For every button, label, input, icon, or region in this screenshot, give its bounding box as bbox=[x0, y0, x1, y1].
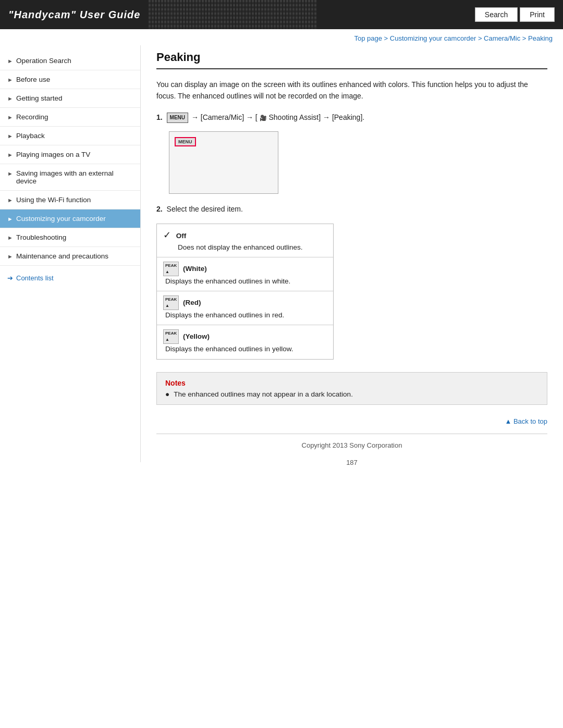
sidebar-item-customizing[interactable]: ► Customizing your camcorder bbox=[0, 209, 140, 228]
sidebar-item-before-use[interactable]: ► Before use bbox=[0, 70, 140, 89]
step2-text: Select the desired item. bbox=[167, 205, 243, 213]
page-description: You can display an image on the screen w… bbox=[156, 79, 547, 102]
breadcrumb-top[interactable]: Top page bbox=[354, 34, 383, 42]
back-to-top-link[interactable]: ▲ Back to top bbox=[505, 417, 547, 425]
peak-icon-red: PEAK▲ bbox=[163, 295, 179, 310]
option-header: PEAK▲ (Yellow) bbox=[163, 329, 327, 344]
sidebar-item-troubleshooting[interactable]: ► Troubleshooting bbox=[0, 228, 140, 247]
main-layout: ► Operation Search ► Before use ► Gettin… bbox=[0, 45, 563, 487]
header-buttons: Search Print bbox=[475, 7, 555, 22]
copyright-text: Copyright 2013 Sony Corporation bbox=[302, 441, 402, 449]
menu-icon: MENU bbox=[167, 113, 188, 123]
sidebar-item-maintenance[interactable]: ► Maintenance and precautions bbox=[0, 247, 140, 266]
back-to-top-bar: ▲ Back to top bbox=[156, 415, 547, 434]
page-title: Peaking bbox=[156, 51, 547, 64]
checkmark-icon: ✓ bbox=[163, 230, 171, 240]
option-row-yellow: PEAK▲ (Yellow) Displays the enhanced out… bbox=[157, 325, 333, 359]
arrow-icon: ► bbox=[7, 197, 13, 203]
menu-button-sim: MENU bbox=[175, 137, 196, 146]
step-2: 2. Select the desired item. bbox=[156, 203, 547, 215]
option-row-off: ✓ Off Does not display the enhanced outl… bbox=[157, 224, 333, 257]
option-description-red: Displays the enhanced outlines in red. bbox=[165, 310, 327, 320]
page-number: 187 bbox=[156, 453, 547, 472]
back-to-top-arrow: ▲ bbox=[505, 417, 513, 425]
step1-text-before: → [Camera/Mic] → [ bbox=[191, 113, 258, 121]
option-header: PEAK▲ (White) bbox=[163, 262, 327, 276]
contents-list-link[interactable]: ➔ Contents list bbox=[0, 266, 140, 284]
arrow-icon: ► bbox=[7, 152, 13, 158]
option-header: ✓ Off bbox=[163, 228, 327, 242]
notes-text-1: The enhanced outlines may not appear in … bbox=[174, 390, 353, 398]
arrow-icon: ► bbox=[7, 253, 13, 260]
option-description-white: Displays the enhanced outlines in white. bbox=[165, 276, 327, 287]
arrow-icon: ► bbox=[7, 58, 13, 64]
breadcrumb: Top page > Customizing your camcorder > … bbox=[0, 29, 563, 45]
breadcrumb-current: Peaking bbox=[528, 34, 553, 42]
breadcrumb-camera-mic[interactable]: Camera/Mic bbox=[484, 34, 520, 42]
sidebar-item-saving-images[interactable]: ► Saving images with an external device bbox=[0, 164, 140, 191]
step1-text-after: Shooting Assist] → [Peaking]. bbox=[269, 113, 365, 121]
sidebar-item-getting-started[interactable]: ► Getting started bbox=[0, 89, 140, 108]
option-row-white: PEAK▲ (White) Displays the enhanced outl… bbox=[157, 257, 333, 291]
contents-link-label: Contents list bbox=[16, 274, 54, 282]
sidebar: ► Operation Search ► Before use ► Gettin… bbox=[0, 45, 141, 462]
breadcrumb-customizing[interactable]: Customizing your camcorder bbox=[390, 34, 476, 42]
arrow-icon: ► bbox=[7, 114, 13, 120]
sidebar-item-recording[interactable]: ► Recording bbox=[0, 108, 140, 127]
bullet-icon: ● bbox=[165, 390, 169, 398]
sidebar-item-playback[interactable]: ► Playback bbox=[0, 127, 140, 145]
menu-screen-image: MENU bbox=[169, 131, 278, 194]
option-row-red: PEAK▲ (Red) Displays the enhanced outlin… bbox=[157, 291, 333, 325]
peak-icon-yellow: PEAK▲ bbox=[163, 329, 179, 344]
arrow-icon: ► bbox=[7, 235, 13, 241]
notes-item-1: ● The enhanced outlines may not appear i… bbox=[165, 390, 538, 398]
header-decoration bbox=[149, 0, 466, 29]
arrow-icon: ► bbox=[7, 77, 13, 83]
sidebar-item-playing-images[interactable]: ► Playing images on a TV bbox=[0, 145, 140, 164]
sidebar-item-operation-search[interactable]: ► Operation Search bbox=[0, 52, 140, 70]
arrow-right-icon: ➔ bbox=[7, 274, 13, 282]
options-table: ✓ Off Does not display the enhanced outl… bbox=[156, 224, 334, 360]
arrow-icon: ► bbox=[7, 216, 13, 222]
arrow-icon: ► bbox=[7, 95, 13, 102]
back-to-top-text: Back to top bbox=[513, 417, 547, 425]
search-button[interactable]: Search bbox=[475, 7, 518, 22]
option-description-off: Does not display the enhanced outlines. bbox=[178, 242, 327, 253]
shooting-assist-icon: 🎥 bbox=[260, 115, 267, 121]
sidebar-item-wifi[interactable]: ► Using the Wi-Fi function bbox=[0, 191, 140, 209]
print-button[interactable]: Print bbox=[520, 7, 555, 22]
arrow-icon: ► bbox=[7, 170, 13, 177]
option-header: PEAK▲ (Red) bbox=[163, 295, 327, 310]
header: "Handycam" User Guide Search Print bbox=[0, 0, 563, 29]
page-title-section: Peaking bbox=[156, 51, 547, 69]
main-content: Peaking You can display an image on the … bbox=[141, 45, 563, 487]
option-description-yellow: Displays the enhanced outlines in yellow… bbox=[165, 344, 327, 354]
app-title: "Handycam" User Guide bbox=[8, 9, 140, 21]
notes-section: Notes ● The enhanced outlines may not ap… bbox=[156, 372, 547, 405]
arrow-icon: ► bbox=[7, 133, 13, 139]
peak-icon-white: PEAK▲ bbox=[163, 262, 179, 276]
step-1: 1. MENU → [Camera/Mic] → [ 🎥 Shooting As… bbox=[156, 112, 547, 123]
footer: Copyright 2013 Sony Corporation bbox=[156, 434, 547, 453]
notes-title: Notes bbox=[165, 379, 538, 387]
